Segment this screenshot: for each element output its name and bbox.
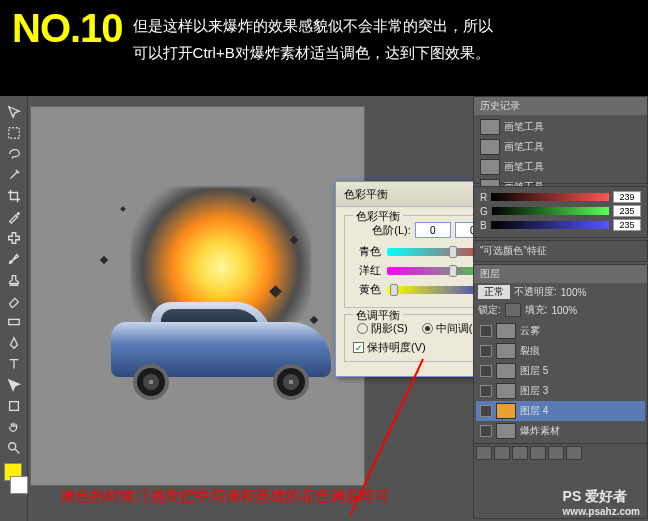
layer-row[interactable]: 图层 3 <box>476 381 645 401</box>
shadows-radio[interactable]: 阴影(S) <box>357 321 408 336</box>
layers-tab-label: 图层 <box>480 267 500 281</box>
history-item[interactable]: 画笔工具 <box>476 157 645 177</box>
stamp-tool-icon[interactable] <box>3 270 25 290</box>
level-cyan-red-input[interactable] <box>415 222 451 238</box>
eyedropper-tool-icon[interactable] <box>3 207 25 227</box>
wand-tool-icon[interactable] <box>3 165 25 185</box>
layer-lock-row: 锁定: 填充: 100% <box>474 301 647 319</box>
layer-thumb <box>496 403 516 419</box>
g-label: G <box>480 206 488 217</box>
visibility-icon[interactable] <box>480 345 492 357</box>
crop-tool-icon[interactable] <box>3 186 25 206</box>
b-slider[interactable] <box>491 221 609 229</box>
history-panel-header[interactable]: 历史记录 <box>474 97 647 115</box>
folder-icon[interactable] <box>530 446 546 460</box>
preserve-lum-label: 保持明度(V) <box>367 340 426 355</box>
layer-row[interactable]: 裂痕 <box>476 341 645 361</box>
opacity-label: 不透明度: <box>514 285 557 299</box>
background-color-swatch[interactable] <box>10 476 28 494</box>
svg-rect-1 <box>9 319 20 324</box>
debris-particle <box>120 206 126 212</box>
shadows-radio-label: 阴影(S) <box>371 321 408 336</box>
shape-tool-icon[interactable] <box>3 396 25 416</box>
composite-artwork <box>91 227 351 427</box>
brush-tool-icon[interactable] <box>3 249 25 269</box>
opacity-value[interactable]: 100% <box>561 287 587 298</box>
tone-fieldset-label: 色调平衡 <box>353 308 403 323</box>
b-value[interactable]: 235 <box>613 219 641 231</box>
history-item-label: 画笔工具 <box>504 140 544 154</box>
visibility-icon[interactable] <box>480 365 492 377</box>
history-item[interactable]: 画笔工具 <box>476 137 645 157</box>
visibility-icon[interactable] <box>480 405 492 417</box>
visibility-icon[interactable] <box>480 385 492 397</box>
history-panel: 历史记录 画笔工具 画笔工具 画笔工具 画笔工具 <box>473 96 648 184</box>
mask-icon[interactable] <box>494 446 510 460</box>
layer-row[interactable]: 爆炸素材 <box>476 421 645 441</box>
layer-thumb <box>496 343 516 359</box>
layer-list: 云雾 裂痕 图层 5 图层 3 图层 4 爆炸素材 <box>474 319 647 443</box>
r-value[interactable]: 239 <box>613 191 641 203</box>
levels-label: 色阶(L): <box>372 223 411 238</box>
history-item-label: 画笔工具 <box>504 120 544 134</box>
layer-name: 云雾 <box>520 324 540 338</box>
r-label: R <box>480 192 487 203</box>
annotation-text: 调色的时候只需要把中间调和英雄的花色调多即可 <box>60 487 390 506</box>
visibility-icon[interactable] <box>480 425 492 437</box>
photoshop-workspace: 色彩平衡 ✕ 色彩平衡 色阶(L): 青色 红色 <box>0 96 648 521</box>
path-tool-icon[interactable] <box>3 375 25 395</box>
rgb-sliders: R239 G235 B235 <box>474 187 647 237</box>
svg-rect-0 <box>9 128 20 139</box>
layer-name: 裂痕 <box>520 344 540 358</box>
debris-particle <box>100 256 108 264</box>
step-number: NO.10 <box>12 8 123 48</box>
layer-row-selected[interactable]: 图层 4 <box>476 401 645 421</box>
pen-tool-icon[interactable] <box>3 333 25 353</box>
watermark-sub: www.psahz.com <box>563 506 640 517</box>
g-value[interactable]: 235 <box>613 205 641 217</box>
watermark: PS 爱好者 www.psahz.com <box>563 488 640 517</box>
eraser-tool-icon[interactable] <box>3 291 25 311</box>
dialog-title-text: 色彩平衡 <box>344 187 388 202</box>
front-wheel <box>273 364 309 400</box>
lock-icon[interactable] <box>505 303 521 317</box>
lock-label: 锁定: <box>478 303 501 317</box>
layer-thumb <box>496 383 516 399</box>
b-label: B <box>480 220 487 231</box>
trash-icon[interactable] <box>566 446 582 460</box>
layers-panel-header[interactable]: 图层 <box>474 265 647 283</box>
g-slider-row: G235 <box>480 205 641 217</box>
layer-name: 图层 4 <box>520 404 548 418</box>
adjustment-icon[interactable] <box>512 446 528 460</box>
layer-panel-footer <box>474 443 647 462</box>
move-tool-icon[interactable] <box>3 102 25 122</box>
cyan-label: 青色 <box>353 244 381 259</box>
optional-panel-label: “可选颜色”特征 <box>480 245 547 256</box>
lasso-tool-icon[interactable] <box>3 144 25 164</box>
layer-row[interactable]: 图层 5 <box>476 361 645 381</box>
optional-color-panel[interactable]: “可选颜色”特征 <box>473 240 648 262</box>
layer-thumb <box>496 423 516 439</box>
svg-rect-2 <box>10 402 19 411</box>
new-layer-icon[interactable] <box>548 446 564 460</box>
history-item[interactable]: 画笔工具 <box>476 117 645 137</box>
header-line2: 可以打开Ctrl+B对爆炸素材适当调色，达到下图效果。 <box>133 39 636 66</box>
r-slider[interactable] <box>491 193 609 201</box>
layer-thumb <box>496 363 516 379</box>
gradient-tool-icon[interactable] <box>3 312 25 332</box>
text-tool-icon[interactable] <box>3 354 25 374</box>
color-panel: R239 G235 B235 <box>473 186 648 238</box>
g-slider[interactable] <box>492 207 609 215</box>
layer-row[interactable]: 云雾 <box>476 321 645 341</box>
zoom-tool-icon[interactable] <box>3 438 25 458</box>
fx-icon[interactable] <box>476 446 492 460</box>
fill-value[interactable]: 100% <box>552 305 578 316</box>
heal-tool-icon[interactable] <box>3 228 25 248</box>
visibility-icon[interactable] <box>480 325 492 337</box>
marquee-tool-icon[interactable] <box>3 123 25 143</box>
hand-tool-icon[interactable] <box>3 417 25 437</box>
blend-mode-select[interactable]: 正常 <box>478 285 510 299</box>
canvas[interactable] <box>30 106 365 486</box>
right-panels: 历史记录 画笔工具 画笔工具 画笔工具 画笔工具 R239 G235 B235 … <box>473 96 648 521</box>
history-item-label: 画笔工具 <box>504 160 544 174</box>
